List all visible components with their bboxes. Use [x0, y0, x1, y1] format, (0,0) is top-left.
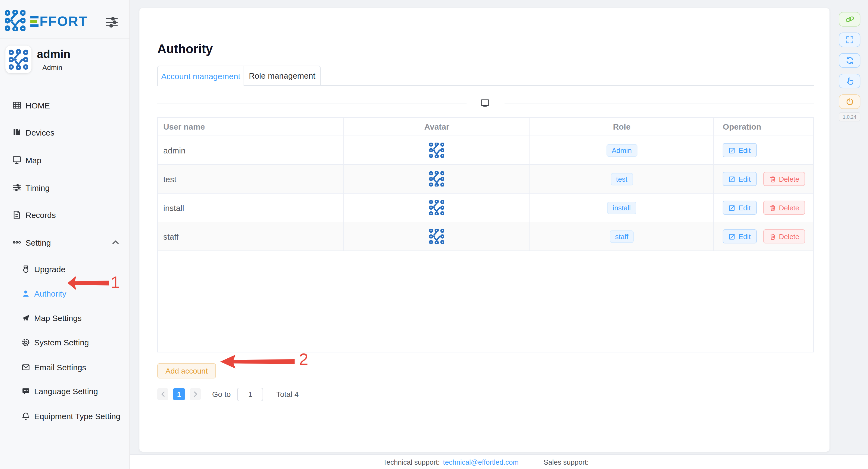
sidebar-item-email-settings[interactable]: Email Settings [0, 355, 130, 379]
sidebar-item-label: Authority [34, 289, 66, 298]
version-badge: 1.0.24 [839, 112, 860, 122]
technical-support-email-link[interactable]: technical@effortled.com [443, 458, 519, 466]
edit-icon [729, 147, 736, 154]
collapse-divider [157, 104, 814, 104]
sidebar-item-devices[interactable]: Devices [0, 119, 130, 146]
delete-label: Delete [779, 232, 799, 240]
tab-account-management[interactable]: Account management [157, 66, 244, 86]
sidebar-item-map[interactable]: Map [0, 146, 130, 173]
link-button[interactable] [839, 12, 860, 27]
person-icon [22, 290, 30, 298]
sidebar-item-label: Setting [26, 238, 51, 247]
fullscreen-button[interactable] [839, 33, 860, 47]
col-username: User name [158, 118, 344, 136]
annotation-step-1: 1 [111, 273, 120, 292]
role-badge: test [611, 173, 633, 185]
total-count: Total 4 [276, 390, 299, 399]
gear-icon [22, 338, 30, 346]
sidebar-item-authority[interactable]: Authority [0, 281, 130, 306]
sidebar-item-equipment-type-setting[interactable]: Equipment Type Setting [0, 404, 130, 428]
avatar [429, 200, 444, 215]
edit-button[interactable]: Edit [723, 143, 757, 157]
power-icon [845, 98, 854, 106]
trash-icon [769, 204, 776, 211]
annotation-step-2: 2 [299, 350, 308, 369]
cell-username: staff [158, 222, 344, 251]
delete-button[interactable]: Delete [763, 229, 805, 243]
trash-icon [769, 233, 776, 240]
pagination: 1 Go to Total 4 [157, 388, 299, 401]
edit-button[interactable]: Edit [723, 229, 757, 243]
document-icon [12, 210, 21, 219]
table-row: admin Admin Edit [158, 136, 813, 165]
power-button[interactable] [839, 94, 860, 109]
sidebar-item-language-setting[interactable]: Language Setting [0, 379, 130, 403]
trash-icon [769, 175, 776, 182]
accounts-table: User name Avatar Role Operation admin Ad… [157, 117, 814, 353]
edit-label: Edit [739, 232, 751, 240]
tab-bar: Account management Role management [157, 66, 814, 86]
goto-page-input[interactable] [237, 388, 264, 401]
edit-label: Edit [739, 146, 751, 154]
table-row: install install Edit Delete [158, 194, 813, 222]
edit-icon [729, 175, 736, 182]
brand-wordmark: FFORT [30, 14, 88, 28]
sidebar-item-label: Devices [26, 128, 55, 137]
avatar [5, 45, 31, 73]
fullscreen-icon [845, 36, 854, 44]
sidebar-item-upgrade[interactable]: Upgrade [0, 257, 130, 281]
sidebar-item-records[interactable]: Records [0, 201, 130, 228]
avatar-circuit-icon [9, 49, 28, 70]
sidebar-collapse-icon[interactable] [105, 17, 118, 28]
sidebar-item-map-settings[interactable]: Map Settings [0, 306, 130, 330]
technical-support-label: Technical support: [383, 458, 440, 466]
sidebar: FFORT admin Admin HOME Devices Map Timin… [0, 0, 130, 469]
paper-plane-icon [22, 314, 30, 322]
refresh-button[interactable] [839, 53, 860, 68]
delete-label: Delete [779, 175, 799, 183]
sidebar-item-label: Upgrade [34, 265, 65, 274]
app-root: FFORT admin Admin HOME Devices Map Timin… [0, 0, 868, 469]
avatar [429, 171, 444, 187]
edit-button[interactable]: Edit [723, 172, 757, 186]
user-profile[interactable]: admin Admin [0, 45, 130, 77]
sidebar-item-label: Timing [26, 183, 50, 192]
grid-icon [12, 101, 21, 109]
edit-label: Edit [739, 175, 751, 183]
sidebar-item-setting[interactable]: Setting [0, 229, 130, 256]
sidebar-item-label: Email Settings [34, 363, 86, 372]
hand-button[interactable] [839, 74, 860, 88]
hand-pointer-icon [845, 77, 854, 85]
page-number-button[interactable]: 1 [173, 388, 185, 400]
avatar [429, 143, 444, 158]
sidebar-item-timing[interactable]: Timing [0, 174, 130, 201]
annotation-arrow-1 [67, 274, 110, 292]
annotation-arrow-2 [220, 353, 296, 371]
add-account-button[interactable]: Add account [157, 363, 216, 378]
medal-icon [22, 265, 30, 273]
user-name: admin [37, 48, 70, 61]
sales-support-label: Sales support: [544, 458, 589, 466]
next-page-button[interactable] [190, 388, 201, 400]
tab-role-management[interactable]: Role management [244, 66, 321, 86]
goto-label: Go to [212, 390, 231, 399]
page-title: Authority [157, 42, 213, 56]
brand-logo-icon [5, 10, 26, 31]
delete-button[interactable]: Delete [763, 172, 805, 186]
delete-button[interactable]: Delete [763, 201, 805, 215]
edit-icon [729, 233, 736, 240]
monitor-icon [12, 156, 21, 164]
sidebar-item-label: Map Settings [34, 313, 82, 323]
prev-page-button[interactable] [157, 388, 168, 400]
sidebar-item-home[interactable]: HOME [0, 92, 130, 119]
table-row: test test Edit Delete [158, 165, 813, 194]
col-operation: Operation [714, 118, 813, 136]
sidebar-item-system-setting[interactable]: System Setting [0, 330, 130, 355]
link-icon [845, 15, 854, 23]
col-avatar: Avatar [344, 118, 530, 136]
sidebar-item-label: Map [26, 155, 41, 165]
edit-label: Edit [739, 204, 751, 212]
sidebar-item-label: System Setting [34, 338, 89, 347]
edit-button[interactable]: Edit [723, 201, 757, 215]
monitor-toggle-icon[interactable] [480, 99, 490, 108]
